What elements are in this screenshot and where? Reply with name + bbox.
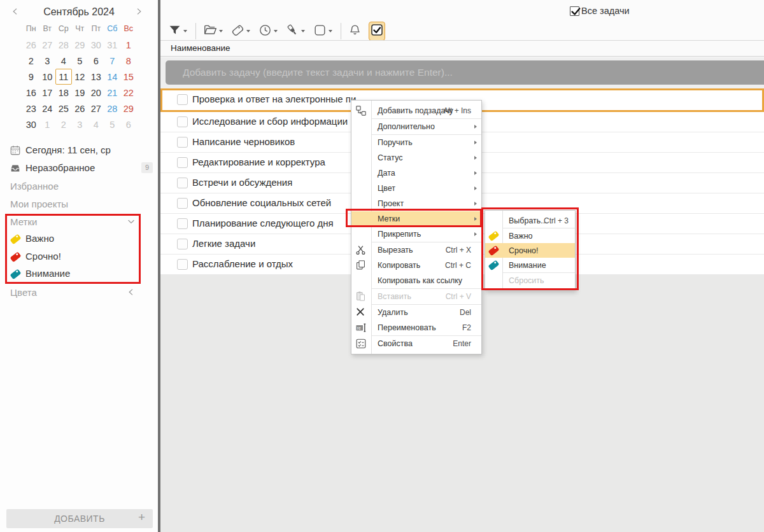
sidebar-label-item[interactable]: Внимание — [0, 268, 158, 282]
menu-item-цвет[interactable]: Цвет — [351, 181, 481, 196]
calendar-day[interactable]: 23 — [23, 101, 39, 116]
chevron-left-icon[interactable] — [126, 287, 136, 297]
menu-item-вырезать[interactable]: ВырезатьCtrl + X — [351, 242, 481, 258]
menu-item-срочно-[interactable]: Срочно! — [485, 243, 575, 258]
task-checkbox[interactable] — [177, 116, 188, 127]
calendar-day[interactable]: 3 — [72, 116, 88, 132]
calendar-day[interactable]: 29 — [72, 37, 88, 53]
calendar-day[interactable]: 15 — [120, 69, 137, 85]
calendar-day-selected[interactable]: 11 — [55, 69, 72, 85]
menu-item-внимание[interactable]: Внимание — [485, 258, 575, 272]
calendar-day[interactable]: 22 — [120, 85, 137, 101]
calendar-day[interactable]: 13 — [88, 69, 104, 85]
add-task-input[interactable] — [166, 60, 764, 85]
menu-item-прикрепить[interactable]: Прикрепить — [351, 227, 481, 242]
menu-item-копировать-как-ссылку[interactable]: Копировать как ссылку — [351, 273, 481, 288]
calendar-day[interactable]: 28 — [104, 101, 121, 116]
task-checkbox[interactable] — [177, 259, 188, 270]
sidebar-label-item[interactable]: Важно — [0, 233, 158, 247]
sidebar-item-today[interactable]: Сегодня: 11 сен, ср — [0, 144, 158, 158]
menu-item-важно[interactable]: Важно — [485, 228, 575, 243]
folder-toolbar-button[interactable] — [202, 22, 224, 41]
tag-toolbar-button[interactable] — [230, 22, 251, 41]
sidebar-item-my-projects[interactable]: Мои проекты — [0, 199, 158, 213]
calendar-day[interactable]: 26 — [23, 37, 39, 53]
calendar-day[interactable]: 20 — [88, 85, 104, 101]
calendar-day[interactable]: 21 — [104, 85, 121, 101]
filter-toolbar-button[interactable] — [167, 22, 188, 41]
calendar-day[interactable]: 28 — [55, 37, 72, 53]
calendar-day[interactable]: 5 — [104, 116, 121, 132]
sidebar-section-colors[interactable]: Цвета — [0, 287, 158, 301]
all-tasks-checkbox[interactable]: Все задачи — [570, 5, 630, 17]
calendar-day[interactable]: 1 — [39, 116, 56, 132]
menu-item-свойства[interactable]: СвойстваEnter — [351, 336, 481, 351]
menu-item-удалить[interactable]: УдалитьDel — [351, 305, 481, 320]
column-header[interactable]: Наименование — [160, 41, 764, 57]
calendar-day[interactable]: 8 — [120, 53, 137, 69]
task-checkbox[interactable] — [177, 239, 188, 249]
menu-item-проект[interactable]: Проект — [351, 196, 481, 211]
menu-item-переименовать[interactable]: reПереименоватьF2 — [351, 320, 481, 335]
calendar-day[interactable]: 31 — [104, 37, 121, 53]
brush-toolbar-button[interactable] — [285, 22, 306, 41]
calendar-next-month-button[interactable] — [134, 6, 146, 19]
clock-toolbar-button[interactable] — [257, 22, 279, 41]
calendar-day[interactable]: 10 — [39, 69, 56, 85]
calendar-day[interactable]: 17 — [39, 85, 56, 101]
calendar-day[interactable]: 14 — [104, 69, 121, 85]
calendar-day[interactable]: 1 — [120, 37, 137, 53]
menu-item-копировать[interactable]: КопироватьCtrl + C — [351, 258, 481, 273]
add-button[interactable]: ДОБАВИТЬ + — [6, 509, 153, 528]
calendar-day[interactable]: 6 — [88, 53, 104, 69]
task-checkbox[interactable] — [177, 218, 188, 229]
calendar-day[interactable]: 4 — [55, 53, 72, 69]
menu-item-поручить[interactable]: Поручить — [351, 135, 481, 150]
calendar-day[interactable]: 29 — [120, 101, 137, 116]
task-checkbox[interactable] — [177, 157, 188, 168]
calendar-day[interactable]: 30 — [88, 37, 104, 53]
menu-item-статус[interactable]: Статус — [351, 150, 481, 165]
calendar-day[interactable]: 26 — [72, 101, 88, 116]
calendar-day[interactable]: 5 — [72, 53, 88, 69]
task-checkbox[interactable] — [177, 198, 188, 209]
calendar-day[interactable]: 2 — [23, 53, 39, 69]
sidebar-label-item[interactable]: Срочно! — [0, 251, 158, 265]
calendar-day[interactable]: 9 — [23, 69, 39, 85]
checkbox-checked-icon[interactable] — [570, 6, 579, 16]
calendar-day[interactable]: 6 — [120, 116, 137, 132]
calendar-day[interactable]: 27 — [88, 101, 104, 116]
bell-toolbar-button[interactable] — [347, 22, 363, 41]
calendar-day[interactable]: 12 — [72, 69, 88, 85]
calendar-day[interactable]: 3 — [39, 53, 56, 69]
checked-checkbox-toolbar-button[interactable] — [369, 22, 385, 41]
calendar-weekday-label: Чт — [72, 24, 88, 33]
calendar-weekday-label: Пн — [23, 24, 39, 33]
calendar-day[interactable]: 30 — [23, 116, 39, 132]
menu-item-выбрать-[interactable]: Выбрать...Ctrl + 3 — [485, 213, 575, 228]
menu-item-дополнительно[interactable]: Дополнительно — [351, 119, 481, 134]
bell-icon — [348, 24, 362, 39]
chevron-down-icon[interactable] — [126, 216, 136, 227]
calendar-day[interactable]: 7 — [104, 53, 121, 69]
calendar-day[interactable]: 4 — [88, 116, 104, 132]
calendar-day[interactable]: 27 — [39, 37, 56, 53]
menu-item-shortcut: Enter — [453, 339, 471, 348]
task-checkbox[interactable] — [177, 94, 188, 105]
calendar-day[interactable]: 18 — [55, 85, 72, 101]
task-checkbox[interactable] — [177, 178, 188, 188]
menu-item-метки[interactable]: Метки — [351, 211, 481, 227]
calendar-day[interactable]: 2 — [55, 116, 72, 132]
checkbox-outline-toolbar-button[interactable] — [312, 22, 334, 41]
sidebar-item-favorites[interactable]: Избранное — [0, 181, 158, 195]
calendar-day[interactable]: 16 — [23, 85, 39, 101]
sidebar-section-labels[interactable]: Метки — [0, 216, 158, 230]
calendar-day[interactable]: 24 — [39, 101, 56, 116]
menu-item-добавить-подзадачу[interactable]: Добавить подзадачуAlt + Ins — [351, 103, 481, 118]
task-checkbox[interactable] — [177, 137, 188, 148]
calendar-day[interactable]: 19 — [72, 85, 88, 101]
add-button-label: ДОБАВИТЬ — [6, 514, 153, 524]
menu-item-дата[interactable]: Дата — [351, 165, 481, 181]
calendar-day[interactable]: 25 — [55, 101, 72, 116]
sidebar-item-unsorted[interactable]: Неразобранное 9 — [0, 162, 158, 176]
